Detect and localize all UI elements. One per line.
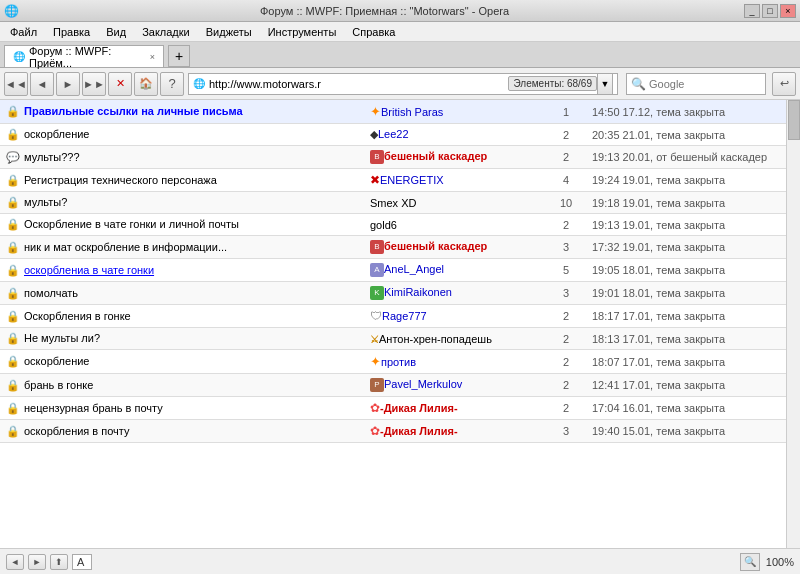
menu-help[interactable]: Справка	[344, 22, 403, 41]
tab-label: Форум :: MWPF: Приём...	[29, 45, 144, 69]
table-row: 🔒оскорбления в почту ✿-Дикая Лилия- 3 19…	[0, 420, 786, 443]
close-button[interactable]: ×	[780, 4, 796, 18]
tab-forum[interactable]: 🌐 Форум :: MWPF: Приём... ×	[4, 45, 164, 67]
nav-extra-button[interactable]: ↩	[772, 72, 796, 96]
minimize-button[interactable]: _	[744, 4, 760, 18]
tab-close-icon[interactable]: ×	[150, 52, 155, 62]
forum-table: 🔒Правильные ссылки на личные письма ✦Bri…	[0, 100, 786, 548]
comment-icon: 💬	[6, 151, 20, 163]
author-cell: ⚔Антон-хрен-попадешь	[364, 328, 546, 350]
replies-cell: 2	[546, 374, 586, 397]
topic-text: оскорбление	[24, 355, 89, 367]
status-right: 🔍 100%	[740, 553, 794, 571]
topic-cell: 🔒Правильные ссылки на личные письма	[0, 100, 364, 124]
menu-tools[interactable]: Инструменты	[260, 22, 345, 41]
maximize-button[interactable]: □	[762, 4, 778, 18]
table-row: 🔒Оскорбление в чате гонки и личной почты…	[0, 214, 786, 236]
table-row: 🔒мульты? Smex XD 10 19:18 19.01, тема за…	[0, 192, 786, 214]
search-input[interactable]	[649, 78, 787, 90]
topic-cell: 🔒оскорблениа в чате гонки	[0, 259, 364, 282]
author-name: Антон-хрен-попадешь	[379, 333, 492, 345]
author-cell: AAneL_Angel	[364, 259, 546, 282]
author-cell: KKimiRaikonen	[364, 282, 546, 305]
date-cell: 18:17 17.01, тема закрыта	[586, 305, 786, 328]
zoom-out-button[interactable]: 🔍	[740, 553, 760, 571]
table-row: 🔒Регистрация технического персонажа ✖ENE…	[0, 169, 786, 192]
topic-cell: 🔒оскорбление	[0, 124, 364, 146]
menu-widgets[interactable]: Виджеты	[198, 22, 260, 41]
zoom-level: 100%	[766, 556, 794, 568]
topic-text: брань в гонке	[24, 379, 93, 391]
author-flower-icon: ✿	[370, 401, 380, 415]
author-name: Lee22	[378, 128, 409, 140]
date-cell: 19:40 15.01, тема закрыта	[586, 420, 786, 443]
author-name: Smex XD	[370, 197, 416, 209]
date-cell: 17:32 19.01, тема закрыта	[586, 236, 786, 259]
date-cell: 19:24 19.01, тема закрыта	[586, 169, 786, 192]
menu-view[interactable]: Вид	[98, 22, 134, 41]
author-avatar4-icon: P	[370, 378, 384, 392]
nav-forward-button[interactable]: ►	[56, 72, 80, 96]
window-title: Форум :: MWPF: Приемная :: "Motorwars" -…	[25, 5, 744, 17]
topic-cell: 🔒помолчать	[0, 282, 364, 305]
table-row: 🔒помолчать KKimiRaikonen 3 19:01 18.01, …	[0, 282, 786, 305]
author-cell: Bбешеный каскадер	[364, 236, 546, 259]
author-cell: PPavel_Merkulov	[364, 374, 546, 397]
topic-cell: 🔒ник и мат оскробление в информации...	[0, 236, 364, 259]
lock-icon: 🔒	[6, 310, 20, 322]
topic-cell: 💬мульты???	[0, 146, 364, 169]
topic-link[interactable]: оскорблениа в чате гонки	[24, 264, 154, 276]
window-controls[interactable]: _ □ ×	[744, 4, 796, 18]
topic-cell: 🔒Регистрация технического персонажа	[0, 169, 364, 192]
menu-file[interactable]: Файл	[2, 22, 45, 41]
author-name: AneL_Angel	[384, 263, 444, 275]
nav-forward-forward-button[interactable]: ►►	[82, 72, 106, 96]
lock-icon: 🔒	[6, 218, 20, 230]
lock-icon: 🔒	[6, 105, 20, 117]
author-cell: ✿-Дикая Лилия-	[364, 397, 546, 420]
table-row: 🔒брань в гонке PPavel_Merkulov 2 12:41 1…	[0, 374, 786, 397]
replies-cell: 3	[546, 282, 586, 305]
search-bar[interactable]: 🔍	[626, 73, 766, 95]
status-back-button[interactable]: ◄	[6, 554, 24, 570]
menu-edit[interactable]: Правка	[45, 22, 98, 41]
author-avatar2-icon: A	[370, 263, 384, 277]
scrollbar[interactable]	[786, 100, 800, 548]
lock-icon: 🔒	[6, 355, 20, 367]
lock-icon: 🔒	[6, 241, 20, 253]
author-name: gold6	[370, 219, 397, 231]
author-cell: ✦против	[364, 350, 546, 374]
table-row: 🔒Не мульты ли? ⚔Антон-хрен-попадешь 2 18…	[0, 328, 786, 350]
nav-back-back-button[interactable]: ◄◄	[4, 72, 28, 96]
author-flower-icon: ✿	[370, 424, 380, 438]
author-cell: ◆Lee22	[364, 124, 546, 146]
new-tab-button[interactable]: +	[168, 45, 190, 67]
nav-reload-button[interactable]: ?	[160, 72, 184, 96]
date-cell: 19:05 18.01, тема закрыта	[586, 259, 786, 282]
address-input[interactable]	[209, 78, 504, 90]
address-bar[interactable]: 🌐 Элементы: 68/69 ▼	[188, 73, 618, 95]
topic-cell: 🔒брань в гонке	[0, 374, 364, 397]
scrollbar-thumb[interactable]	[788, 100, 800, 140]
nav-home-button[interactable]: 🏠	[134, 72, 158, 96]
replies-cell: 4	[546, 169, 586, 192]
menu-bookmarks[interactable]: Закладки	[134, 22, 198, 41]
status-forward-button[interactable]: ►	[28, 554, 46, 570]
author-name: Pavel_Merkulov	[384, 378, 462, 390]
status-up-button[interactable]: ⬆	[50, 554, 68, 570]
nav-back-button[interactable]: ◄	[30, 72, 54, 96]
replies-cell: 2	[546, 124, 586, 146]
lock-icon: 🔒	[6, 287, 20, 299]
replies-cell: 2	[546, 328, 586, 350]
table-row: 🔒оскорбление ✦против 2 18:07 17.01, тема…	[0, 350, 786, 374]
address-dropdown-button[interactable]: ▼	[597, 73, 613, 95]
nav-stop-button[interactable]: ✕	[108, 72, 132, 96]
author-avatar3-icon: K	[370, 286, 384, 300]
status-bar: ◄ ► ⬆ A 🔍 100%	[0, 548, 800, 574]
topic-link[interactable]: Правильные ссылки на личные письма	[24, 105, 243, 117]
status-text-badge: A	[72, 554, 92, 570]
lock-icon: 🔒	[6, 174, 20, 186]
table-row: 🔒оскорблениа в чате гонки AAneL_Angel 5 …	[0, 259, 786, 282]
date-cell: 20:35 21.01, тема закрыта	[586, 124, 786, 146]
lock-icon: 🔒	[6, 332, 20, 344]
